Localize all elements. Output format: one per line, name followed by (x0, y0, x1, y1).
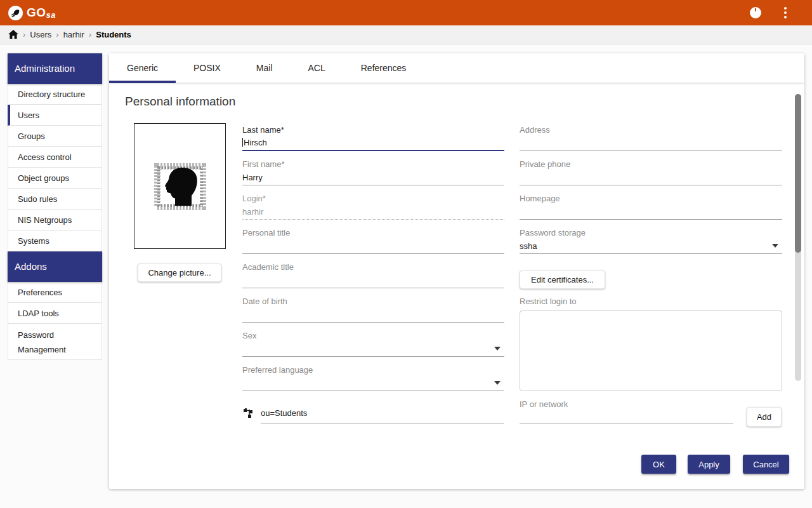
tab-mail[interactable]: Mail (239, 53, 291, 83)
tab-acl[interactable]: ACL (291, 53, 343, 83)
login-field: Login* harhir (242, 194, 504, 220)
login-label: Login* (242, 194, 266, 203)
breadcrumb-users[interactable]: Users (30, 30, 51, 39)
base-dn-value: ou=Students (261, 408, 504, 424)
ok-button[interactable]: OK (641, 455, 676, 474)
scrollbar-thumb[interactable] (795, 94, 801, 253)
private-phone-field[interactable]: Private phone (520, 159, 782, 185)
private-phone-label: Private phone (520, 159, 570, 169)
page-title: Personal information (125, 95, 235, 109)
address-field[interactable]: Address (520, 125, 782, 151)
breadcrumb: › Users › harhir › Students (0, 25, 812, 44)
tree-icon[interactable] (244, 408, 254, 421)
preferred-language-select[interactable]: Preferred language (242, 365, 504, 391)
tab-posix[interactable]: POSIX (176, 53, 239, 83)
scrollbar-track[interactable] (795, 94, 801, 381)
cancel-button[interactable]: Cancel (743, 455, 789, 474)
base-dn-selector[interactable]: ou=Students (244, 408, 504, 424)
app-header: GOsa (0, 0, 812, 25)
preferred-language-label: Preferred language (242, 365, 313, 375)
gosa-logo[interactable]: GOsa (8, 6, 56, 20)
logo-text: GOsa (27, 6, 56, 20)
password-storage-select[interactable]: Password storage ssha (520, 228, 782, 254)
apply-button[interactable]: Apply (688, 455, 730, 474)
personal-title-label: Personal title (242, 228, 290, 237)
session-timer-icon[interactable] (750, 7, 761, 18)
sidebar-item-object-groups[interactable]: Object groups (8, 168, 102, 189)
first-name-field[interactable]: First name* Harry (242, 159, 504, 185)
main-panel: Generic POSIX Mail ACL References Person… (109, 53, 804, 489)
sidebar-section-administration: Administration (8, 53, 102, 84)
sidebar: Administration Directory structure Users… (8, 53, 102, 360)
homepage-field[interactable]: Homepage (520, 194, 782, 220)
user-photo (134, 123, 226, 249)
sex-label: Sex (242, 331, 256, 340)
chevron-down-icon[interactable] (772, 244, 778, 248)
rocket-icon (8, 6, 23, 20)
sidebar-item-sudo-rules[interactable]: Sudo rules (8, 189, 102, 210)
restrict-login-listbox[interactable] (520, 311, 782, 391)
sex-select[interactable]: Sex (242, 331, 504, 357)
sidebar-item-systems[interactable]: Systems (8, 231, 102, 251)
sidebar-item-access-control[interactable]: Access control (8, 147, 102, 168)
add-button[interactable]: Add (747, 407, 782, 427)
sidebar-item-password-management[interactable]: Password Management (8, 324, 102, 360)
sidebar-item-users[interactable]: Users (8, 105, 102, 126)
sidebar-item-ldap-tools[interactable]: LDAP tools (8, 303, 102, 324)
sidebar-item-nis-netgroups[interactable]: NIS Netgroups (8, 210, 102, 231)
generic-tab-content: Personal information Change picture... L… (109, 83, 804, 489)
breadcrumb-harhir[interactable]: harhir (63, 30, 84, 39)
last-name-field[interactable]: Last name* Hirsch (242, 125, 504, 151)
breadcrumb-students[interactable]: Students (96, 30, 131, 39)
ip-or-network-input[interactable] (520, 410, 733, 424)
change-picture-button[interactable]: Change picture... (138, 264, 221, 282)
chevron-down-icon[interactable] (494, 347, 501, 351)
text-caret (242, 138, 243, 147)
sidebar-item-preferences[interactable]: Preferences (8, 282, 102, 303)
password-storage-label: Password storage (520, 228, 586, 237)
tab-bar: Generic POSIX Mail ACL References (109, 53, 804, 83)
edit-certificates-button[interactable]: Edit certificates... (520, 271, 605, 289)
academic-title-field[interactable]: Academic title (242, 262, 504, 288)
sidebar-item-groups[interactable]: Groups (8, 126, 102, 147)
sidebar-section-addons: Addons (8, 251, 102, 282)
first-name-label: First name* (242, 159, 284, 169)
address-label: Address (520, 125, 550, 135)
date-of-birth-label: Date of birth (242, 297, 287, 306)
personal-title-field[interactable]: Personal title (242, 228, 504, 254)
kebab-menu-icon[interactable] (780, 6, 791, 20)
home-icon[interactable] (8, 30, 18, 39)
tab-references[interactable]: References (343, 53, 424, 83)
ip-or-network-label: IP or network (520, 399, 568, 409)
academic-title-label: Academic title (242, 262, 294, 272)
homepage-label: Homepage (520, 194, 560, 203)
tab-generic[interactable]: Generic (109, 53, 176, 83)
restrict-login-label: Restrict login to (520, 297, 577, 306)
last-name-label: Last name* (242, 125, 284, 135)
sidebar-item-directory-structure[interactable]: Directory structure (8, 84, 102, 105)
date-of-birth-field[interactable]: Date of birth (242, 297, 504, 323)
chevron-down-icon[interactable] (494, 381, 501, 385)
